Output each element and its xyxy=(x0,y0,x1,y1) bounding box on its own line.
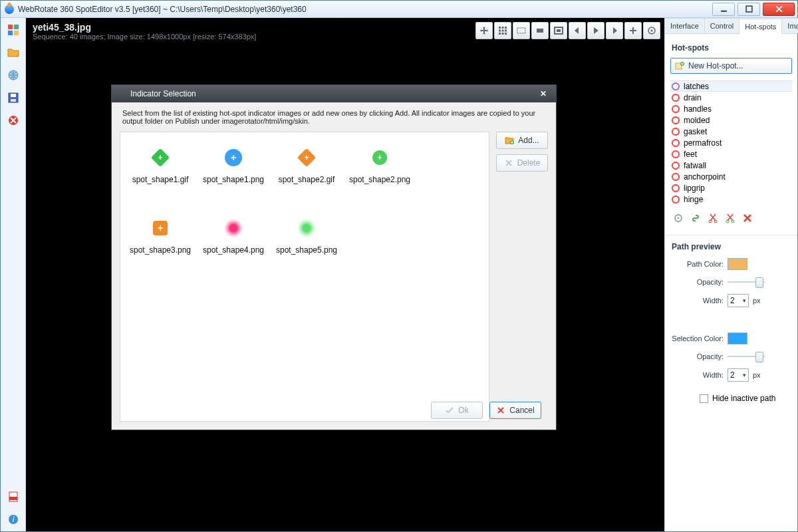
indicator-item[interactable]: spot_shape5.png xyxy=(273,209,340,273)
indicator-grid[interactable]: spot_shape1.gifspot_shape1.pngspot_shape… xyxy=(120,132,489,422)
prev-icon[interactable] xyxy=(569,22,586,39)
hotspot-bullet-icon xyxy=(672,162,680,170)
sel-width-select[interactable]: 2 xyxy=(728,368,749,382)
hotspot-item-label: anchorpoint xyxy=(684,172,726,182)
hotspot-item-label: handles xyxy=(684,104,712,114)
pdf-icon[interactable] xyxy=(7,490,20,503)
path-color-label: Path Color: xyxy=(672,260,724,268)
save-icon[interactable] xyxy=(7,91,20,104)
indicator-item[interactable]: spot_shape4.png xyxy=(200,209,267,273)
hotspot-item[interactable]: fatwall xyxy=(670,160,792,171)
path-width-select[interactable]: 2 xyxy=(728,294,749,307)
hotspot-item[interactable]: permafrost xyxy=(670,137,792,148)
hotspot-item-label: hinge xyxy=(684,195,703,204)
link-icon[interactable] xyxy=(690,213,701,225)
svg-rect-5 xyxy=(14,31,19,35)
fit-screen-icon[interactable] xyxy=(550,22,567,39)
cut-icon[interactable] xyxy=(708,213,718,225)
svg-rect-15 xyxy=(517,28,525,33)
select-rect-icon[interactable] xyxy=(513,22,530,39)
cancel-button[interactable]: Cancel xyxy=(489,402,541,419)
hotspot-item-label: permafrost xyxy=(684,138,722,148)
sel-width-label: Width: xyxy=(672,371,724,379)
indicator-item[interactable]: spot_shape2.png xyxy=(346,139,413,203)
current-filename: yeti45_38.jpg xyxy=(33,22,256,33)
globe-icon[interactable] xyxy=(7,68,20,82)
hotspot-item[interactable]: anchorpoint xyxy=(670,171,792,182)
hotspot-item-label: fatwall xyxy=(684,161,706,170)
indicator-item-label: spot_shape4.png xyxy=(203,245,264,255)
project-icon[interactable] xyxy=(7,23,20,37)
titlebar: WebRotate 360 SpotEditor v3.5 [yet360] ~… xyxy=(1,1,797,18)
tab-interface[interactable]: Interface xyxy=(664,18,705,33)
ok-button[interactable]: Ok xyxy=(431,402,483,419)
tab-images[interactable]: Images xyxy=(781,18,798,33)
path-opacity-slider[interactable] xyxy=(728,277,765,287)
app-icon xyxy=(5,5,14,14)
sel-color-swatch[interactable] xyxy=(728,332,747,344)
target-icon[interactable] xyxy=(643,22,660,39)
hide-inactive-checkbox[interactable] xyxy=(700,394,708,403)
svg-point-25 xyxy=(678,217,680,219)
hotspot-bullet-icon xyxy=(672,196,680,203)
svg-rect-12 xyxy=(9,497,17,500)
next-icon[interactable] xyxy=(606,22,623,39)
hotspot-item-label: drain xyxy=(684,93,702,102)
hotspot-item[interactable]: feet xyxy=(670,148,792,160)
fit-width-icon[interactable] xyxy=(531,22,549,39)
dialog-titlebar: Indicator Selection ✕ xyxy=(112,85,556,102)
svg-rect-8 xyxy=(11,94,16,97)
folder-icon[interactable] xyxy=(7,46,20,59)
new-hotspot-button[interactable]: New Hot-spot... xyxy=(670,58,792,74)
plus-icon[interactable] xyxy=(624,22,642,39)
settings-icon[interactable] xyxy=(673,213,684,225)
indicator-selection-dialog: Indicator Selection ✕ Select from the li… xyxy=(111,84,557,430)
indicator-item-label: spot_shape2.png xyxy=(349,175,410,184)
delete-button[interactable]: Delete xyxy=(496,154,548,172)
hotspot-item-label: lipgrip xyxy=(684,184,705,193)
maximize-button[interactable] xyxy=(737,3,760,16)
cut-green-icon[interactable] xyxy=(725,213,735,225)
dialog-title: Indicator Selection xyxy=(130,89,196,98)
add-button[interactable]: Add... xyxy=(496,132,548,149)
dialog-description: Select from the list of existing hot-spo… xyxy=(112,102,556,132)
indicator-item[interactable]: spot_shape2.gif xyxy=(273,139,340,203)
close-button[interactable] xyxy=(763,3,795,16)
delete-x-icon[interactable] xyxy=(742,213,753,225)
tab-hot-spots[interactable]: Hot-spots xyxy=(739,19,782,34)
hotspot-item[interactable]: gasket xyxy=(670,126,792,137)
svg-rect-9 xyxy=(11,99,16,102)
indicator-item[interactable]: spot_shape1.png xyxy=(200,139,267,203)
indicator-item-label: spot_shape3.png xyxy=(130,245,191,255)
indicator-item[interactable]: spot_shape3.png xyxy=(127,209,194,273)
sel-opacity-slider[interactable] xyxy=(728,351,765,362)
path-color-swatch[interactable] xyxy=(728,258,747,270)
hotspot-item[interactable]: lipgrip xyxy=(670,182,792,194)
minimize-button[interactable] xyxy=(712,3,735,16)
left-toolbar: i xyxy=(1,18,26,531)
hotspot-item[interactable]: molded xyxy=(670,114,792,126)
hotspot-bullet-icon xyxy=(672,105,680,113)
right-tabs: InterfaceControlHot-spotsImages xyxy=(665,18,797,34)
cancel-button-label: Cancel xyxy=(509,406,534,415)
tab-control[interactable]: Control xyxy=(704,18,739,33)
indicator-item[interactable]: spot_shape1.gif xyxy=(127,139,194,203)
hotspot-item[interactable]: hinge xyxy=(670,194,792,205)
hotspot-bullet-icon xyxy=(672,128,680,136)
move-tool-icon[interactable] xyxy=(475,22,493,39)
grid-icon[interactable] xyxy=(494,22,511,39)
svg-rect-3 xyxy=(14,25,19,29)
info-icon[interactable]: i xyxy=(7,513,20,526)
error-icon[interactable] xyxy=(7,114,20,127)
svg-rect-2 xyxy=(8,25,13,29)
hotspot-item[interactable]: drain xyxy=(670,92,792,103)
hotspot-bullet-icon xyxy=(672,184,680,192)
dialog-icon xyxy=(117,90,125,98)
svg-rect-16 xyxy=(537,29,543,33)
hotspot-item[interactable]: handles xyxy=(670,103,792,114)
play-icon[interactable] xyxy=(587,22,604,39)
path-width-label: Width: xyxy=(672,297,724,305)
hotspot-item[interactable]: latches xyxy=(670,80,792,92)
path-preview-heading: Path preview xyxy=(672,242,792,251)
dialog-close-icon[interactable]: ✕ xyxy=(536,88,551,100)
